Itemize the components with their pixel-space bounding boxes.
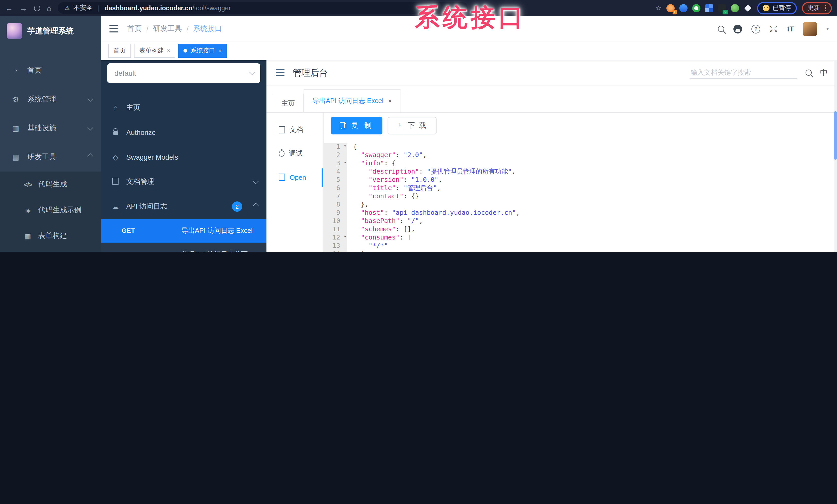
- code-text: "description": "提供管理员管理的所有功能",: [348, 167, 516, 176]
- bookmark-star-icon[interactable]: ☆: [655, 4, 661, 12]
- avatar[interactable]: [803, 22, 817, 36]
- sidebar-subitem-系统接口[interactable]: ≡系统接口: [0, 249, 101, 252]
- reload-icon[interactable]: [34, 5, 40, 11]
- code-line: 2 "swagger": "2.0",: [324, 151, 837, 159]
- models-icon: ◇: [111, 153, 120, 161]
- lock-icon: [111, 129, 120, 136]
- tag-首页[interactable]: 首页: [108, 44, 131, 58]
- swagger-group-Authorize[interactable]: Authorize: [101, 120, 266, 145]
- ext-green-check-icon[interactable]: [692, 4, 700, 12]
- form-icon: ▦: [24, 232, 32, 240]
- count-badge: 2: [232, 201, 242, 212]
- doc-search-icon[interactable]: [805, 70, 812, 76]
- close-icon[interactable]: ×: [388, 98, 392, 104]
- extension-badge: on: [723, 10, 728, 14]
- ext-blue-grid-icon[interactable]: [705, 4, 713, 12]
- close-icon[interactable]: ×: [167, 48, 170, 54]
- browser-update-button[interactable]: 更新: [802, 2, 832, 14]
- search-icon[interactable]: [718, 26, 724, 32]
- doc-tab-label: 主页: [281, 99, 295, 108]
- breadcrumb-separator: /: [146, 25, 148, 33]
- sidebar-item-研发工具[interactable]: ▤研发工具: [0, 143, 101, 171]
- sidebar-item-label: 基础设施: [27, 124, 56, 133]
- copy-button[interactable]: 复 制: [331, 117, 382, 134]
- page-scrollbar-thumb[interactable]: [834, 111, 837, 160]
- paused-extension-pill[interactable]: 已暂停: [757, 2, 797, 14]
- ext-green-leaf-icon[interactable]: [731, 4, 739, 12]
- code-line: 14 ],: [324, 250, 837, 252]
- fullscreen-icon[interactable]: ↖↗↙↘: [770, 25, 778, 33]
- fold-caret[interactable]: ▾: [344, 144, 346, 149]
- debug-icon: [279, 150, 285, 156]
- url-bar[interactable]: ⚠ 不安全 | dashboard.yudao.iocoder.cn/tool/…: [58, 2, 468, 14]
- swagger-group-Swagger Models[interactable]: ◇Swagger Models: [101, 145, 266, 169]
- font-size-icon[interactable]: tT: [787, 25, 794, 33]
- tag-系统接口[interactable]: 系统接口×: [179, 44, 227, 58]
- ext-white-pinwheel-icon[interactable]: [744, 4, 752, 12]
- line-number: 9: [324, 209, 348, 217]
- sidebar-subitem-代码生成示例[interactable]: ◈代码生成示例: [0, 197, 101, 223]
- back-icon[interactable]: ←: [5, 4, 13, 12]
- swagger-group-主页[interactable]: ⌂主页: [101, 95, 266, 120]
- code-text: {: [348, 143, 357, 151]
- doc-header-actions: 中: [690, 67, 828, 79]
- doc-header: 管理后台 中: [266, 60, 837, 86]
- sidebar-item-系统管理[interactable]: ⚙系统管理: [0, 85, 101, 114]
- sidebar-item-首页[interactable]: ◔首页: [0, 56, 101, 85]
- cloud-icon: ☁: [111, 203, 120, 210]
- sidebar-subitem-代码生成[interactable]: </>代码生成: [0, 171, 101, 197]
- mini-nav-open[interactable]: Open: [266, 165, 323, 189]
- update-label: 更新: [808, 4, 820, 12]
- sidebar-subitem-表单构建[interactable]: ▦表单构建: [0, 223, 101, 249]
- sidebar-item-基础设施[interactable]: ▥基础设施: [0, 114, 101, 143]
- code-line: 3▾ "info": {: [324, 159, 837, 167]
- code-line: 13 "*/*": [324, 242, 837, 250]
- sidebar-collapse-icon[interactable]: [109, 28, 118, 30]
- http-method-label: GET: [122, 251, 181, 252]
- page-scrollbar[interactable]: [834, 60, 837, 252]
- chevron-down-icon[interactable]: ▾: [826, 26, 829, 32]
- swagger-operation-导出API 访问日志 Excel[interactable]: GET导出API 访问日志 Excel: [101, 219, 266, 243]
- breadcrumb-item[interactable]: 研发工具: [153, 24, 182, 34]
- api-group-value: default: [114, 69, 136, 77]
- kebab-menu-icon[interactable]: [825, 7, 826, 9]
- chevron-down-icon[interactable]: [88, 96, 93, 102]
- swagger-group-文档管理[interactable]: 文档管理: [101, 169, 266, 194]
- swagger-operation-获得API 访问日志分页[interactable]: GET获得API 访问日志分页: [101, 243, 266, 252]
- breadcrumb-item[interactable]: 首页: [127, 24, 142, 34]
- ext-orange-ring-icon[interactable]: 1: [666, 4, 675, 12]
- api-group-select[interactable]: default: [107, 63, 260, 83]
- forward-icon[interactable]: →: [20, 4, 27, 12]
- chevron-down-icon[interactable]: [88, 125, 93, 131]
- github-icon[interactable]: [734, 24, 743, 33]
- doc-search-input[interactable]: [690, 67, 797, 79]
- chevron-down-icon[interactable]: [253, 178, 259, 184]
- chevron-up-icon[interactable]: [253, 203, 259, 209]
- mini-nav-debug[interactable]: 调试: [266, 142, 323, 165]
- help-icon[interactable]: ?: [752, 24, 761, 33]
- sidebar-item-label: 系统管理: [27, 95, 56, 104]
- code-line: 4 "description": "提供管理员管理的所有功能",: [324, 167, 837, 176]
- app-logo-row[interactable]: 芋道管理系统: [0, 16, 101, 46]
- doc-tab-主页[interactable]: 主页: [273, 94, 304, 112]
- fold-caret[interactable]: ▾: [344, 235, 346, 240]
- code-editor[interactable]: 1▾{2 "swagger": "2.0",3▾ "info": {4 "des…: [324, 142, 837, 252]
- chevron-up-icon[interactable]: [88, 153, 93, 160]
- http-method-label: GET: [122, 227, 181, 235]
- doc-body: 文档 调试 Open: [266, 113, 837, 252]
- line-number: 13: [324, 242, 348, 250]
- code-line: 6 "title": "管理后台",: [324, 184, 837, 192]
- tag-表单构建[interactable]: 表单构建×: [134, 44, 176, 58]
- home-icon[interactable]: ⌂: [47, 4, 51, 12]
- ext-dark-onetab-icon[interactable]: on: [718, 4, 726, 12]
- download-button[interactable]: 下 载: [388, 117, 437, 134]
- ext-blue-drop-icon[interactable]: [679, 4, 688, 12]
- swagger-group-API 访问日志[interactable]: ☁API 访问日志2: [101, 194, 266, 219]
- panel-collapse-icon[interactable]: [276, 72, 285, 73]
- fold-caret[interactable]: ▾: [344, 160, 346, 165]
- line-number: 6: [324, 184, 348, 192]
- mini-nav-docs[interactable]: 文档: [266, 118, 323, 142]
- close-icon[interactable]: ×: [218, 48, 221, 54]
- language-toggle[interactable]: 中: [820, 68, 828, 77]
- doc-tab-导出API 访问日志 Excel[interactable]: 导出API 访问日志 Excel×: [304, 89, 400, 112]
